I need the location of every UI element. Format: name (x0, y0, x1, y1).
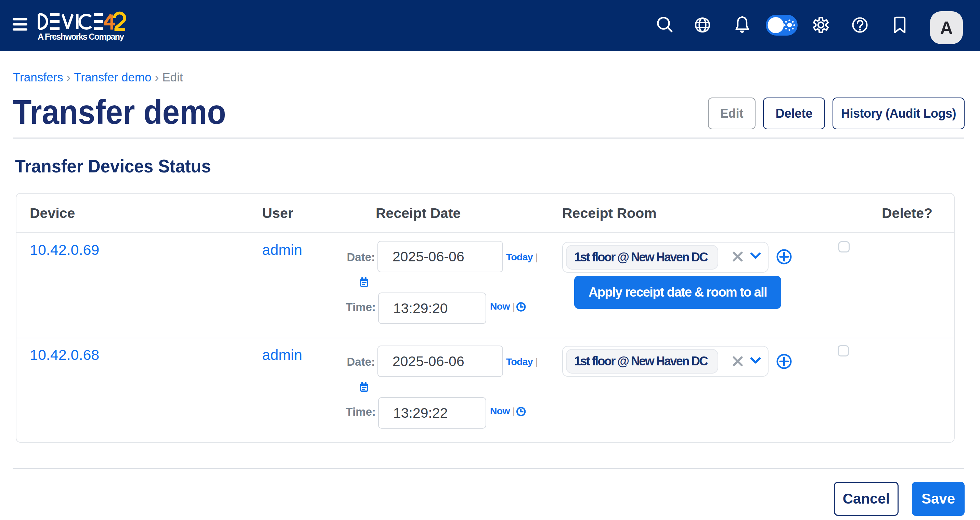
svg-text:A Freshworks Company: A Freshworks Company (38, 32, 124, 41)
svg-text:A: A (940, 18, 953, 38)
